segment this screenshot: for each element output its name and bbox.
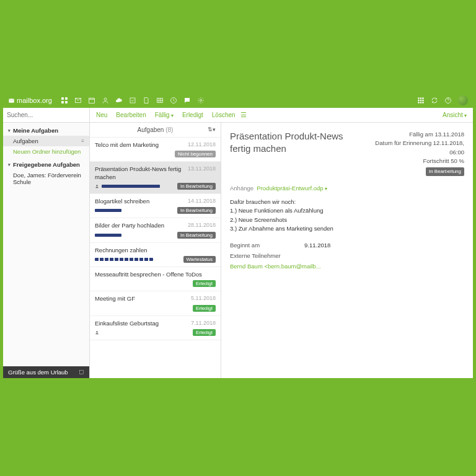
svg-rect-2 [65, 98, 67, 100]
svg-rect-6 [89, 99, 94, 104]
list-header: Aufgaben (8) ⇅▾ [90, 123, 221, 138]
body: ▾Meine Aufgaben Aufgaben≡ Neuen Ordner h… [3, 123, 473, 378]
chat-icon[interactable] [183, 97, 191, 104]
view-dropdown[interactable]: Ansicht [443, 112, 473, 118]
sidebar-item-shared[interactable]: Doe, James: Förderverein Schule [3, 170, 89, 187]
task-title: Einkaufsliste Geburtstag [95, 320, 188, 327]
task-date: 12.11.2018 [188, 141, 216, 148]
refresh-icon[interactable] [431, 97, 438, 104]
task-item[interactable]: Rechnungen zahlenWartestatus [90, 243, 221, 267]
settings-icon[interactable] [197, 97, 205, 104]
status-badge: In Bearbeitung [177, 207, 216, 214]
task-item[interactable]: Messeauftritt besprechen - Offene ToDosE… [90, 267, 221, 291]
cloud-icon[interactable] [115, 97, 123, 104]
task-title: Meeting mit GF [95, 295, 188, 302]
tasks-icon[interactable] [129, 97, 136, 104]
attachment-file[interactable]: Produktpräsi-Entwurf.odp [257, 185, 327, 192]
mail-icon [8, 97, 15, 104]
body-line: 1.) Neue Funktionen als Aufzählung [230, 206, 464, 215]
status-badge: Nicht begonnen [175, 151, 216, 157]
progress-bar [95, 258, 153, 261]
help-icon[interactable] [444, 97, 452, 104]
detail-participant[interactable]: Bernd Baum <bern.baum@mailb... [230, 263, 464, 270]
svg-point-19 [420, 102, 421, 104]
svg-point-7 [104, 98, 107, 100]
task-title: Blogartikel schreiben [95, 198, 185, 205]
expand-icon[interactable] [79, 369, 84, 375]
list-title: Aufgaben [138, 126, 164, 133]
task-item[interactable]: Einkaufsliste Geburtstag7.11.2018Erledig… [90, 316, 221, 340]
task-date: 5.11.2018 [191, 295, 216, 301]
detail-title: Präsentation Produkt-News fertig machen [230, 130, 366, 176]
sort-icon[interactable]: ⇅▾ [208, 126, 216, 133]
svg-point-17 [423, 100, 424, 101]
task-date: 28.11.2018 [188, 222, 216, 228]
document-icon[interactable] [143, 97, 150, 104]
list-menu-icon[interactable]: ☰ [236, 111, 252, 119]
task-item[interactable]: Meeting mit GF5.11.2018Erledigt [90, 291, 221, 315]
detail-meta: Fällig am 13.11.2018 Datum für Erinnerun… [374, 130, 464, 176]
sidebar-new-folder[interactable]: Neuen Ordner hinzufügen [3, 146, 89, 157]
svg-rect-4 [65, 102, 67, 104]
sidebar-item-tasks[interactable]: Aufgaben≡ [3, 136, 89, 146]
brand: mailbox.org [8, 97, 52, 104]
grid-icon[interactable] [61, 97, 68, 104]
body-line: 3.) Zur Abnahme ans Marketing senden [230, 224, 464, 233]
task-item[interactable]: Telco mit dem Marketing12.11.2018Nicht b… [90, 138, 221, 162]
spreadsheet-icon[interactable] [156, 97, 164, 104]
svg-rect-3 [61, 102, 63, 104]
task-item[interactable]: Präsentation Produkt-News fertig machen1… [90, 162, 221, 194]
progress-bar [95, 234, 121, 237]
done-button[interactable]: Erledigt [182, 112, 203, 118]
status-badge: Erledigt [193, 305, 216, 312]
sidebar-section-label: Freigegebene Aufgaben [13, 161, 80, 168]
progress-bar [95, 209, 121, 212]
topbar-right [417, 95, 468, 105]
avatar[interactable] [458, 95, 468, 105]
task-title: Messeauftritt besprechen - Offene ToDos [95, 271, 213, 278]
svg-point-16 [420, 100, 421, 101]
new-button[interactable]: Neu [96, 112, 107, 118]
svg-point-14 [423, 98, 424, 99]
sidebar-section-shared[interactable]: ▾Freigegebene Aufgaben [3, 159, 89, 170]
status-badge: In Bearbeitung [177, 232, 216, 239]
sidebar: ▾Meine Aufgaben Aufgaben≡ Neuen Ordner h… [3, 123, 90, 378]
body-intro: Dafür brauchen wir noch: [230, 198, 464, 206]
task-title: Präsentation Produkt-News fertig machen [95, 165, 185, 181]
svg-point-18 [418, 102, 420, 104]
progress-bar [102, 185, 160, 188]
apps-icon[interactable] [417, 97, 425, 104]
task-list: Aufgaben (8) ⇅▾ Telco mit dem Marketing1… [90, 123, 221, 378]
search-box[interactable] [3, 108, 90, 123]
footer-text: Grüße aus dem Urlaub [8, 369, 68, 376]
delete-button[interactable]: Löschen [212, 112, 236, 118]
contacts-icon[interactable] [102, 97, 109, 104]
svg-rect-8 [130, 98, 135, 103]
topbar: mailbox.org [3, 93, 473, 108]
search-input[interactable] [7, 112, 86, 118]
task-item[interactable]: Bilder der Party hochladen28.11.2018In B… [90, 218, 221, 242]
menu-icon[interactable]: ≡ [81, 138, 84, 144]
due-dropdown[interactable]: Fällig [155, 112, 174, 118]
status-badge: Erledigt [193, 280, 216, 287]
user-icon [95, 330, 99, 335]
detail-body: Dafür brauchen wir noch: 1.) Neue Funkti… [230, 198, 464, 233]
task-date: 7.11.2018 [191, 320, 216, 326]
detail-status-badge: In Bearbeitung [426, 167, 464, 176]
task-title: Bilder der Party hochladen [95, 222, 185, 229]
task-title: Telco mit dem Marketing [95, 141, 185, 149]
sidebar-section-mytasks[interactable]: ▾Meine Aufgaben [3, 125, 89, 136]
body-line: 2.) Neue Screenshots [230, 216, 464, 224]
edit-button[interactable]: Bearbeiten [116, 112, 146, 118]
detail-progress: Fortschritt 50 % [374, 157, 464, 165]
sidebar-item-label: Aufgaben [13, 138, 38, 144]
calendar-icon[interactable] [88, 97, 95, 104]
sidebar-footer[interactable]: Grüße aus dem Urlaub [3, 366, 89, 378]
toolbar-actions: Neu Bearbeiten Fällig Erledigt Löschen [90, 112, 236, 118]
svg-rect-23 [80, 371, 84, 374]
mail-nav-icon[interactable] [74, 97, 82, 104]
task-item[interactable]: Blogartikel schreiben14.11.2018In Bearbe… [90, 194, 221, 218]
status-badge: In Bearbeitung [177, 183, 216, 190]
svg-point-13 [420, 98, 421, 99]
clock-icon[interactable] [170, 97, 177, 104]
